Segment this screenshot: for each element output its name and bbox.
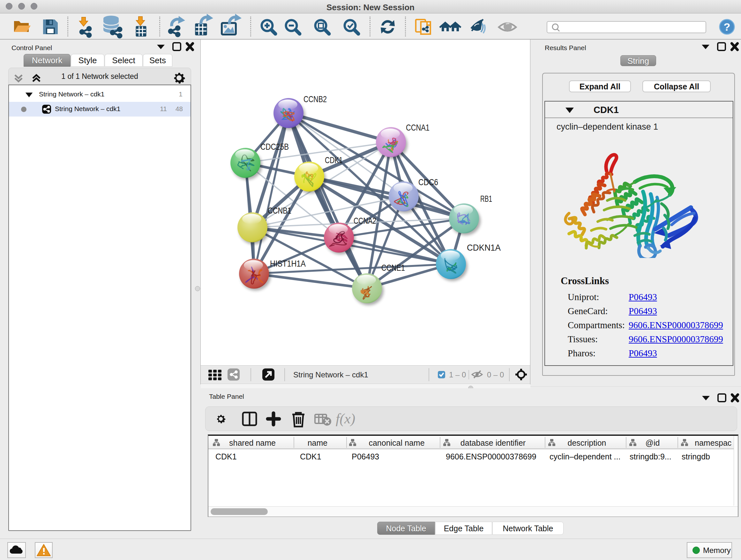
svg-text:CDC6: CDC6 [418, 177, 438, 187]
svg-text:String Network – cdk1: String Network – cdk1 [293, 370, 368, 379]
svg-text:CDC25B: CDC25B [260, 142, 289, 152]
svg-text:HIST1H1A: HIST1H1A [270, 259, 306, 268]
svg-text:description: description [568, 438, 606, 447]
svg-text:RB1: RB1 [480, 194, 492, 204]
svg-text:name: name [308, 438, 328, 447]
svg-text:f(x): f(x) [336, 411, 355, 427]
svg-text:CCNB2: CCNB2 [304, 94, 327, 104]
svg-text:shared name: shared name [229, 438, 276, 447]
svg-text:1 – 0: 1 – 0 [449, 370, 466, 379]
svg-text:0 – 0: 0 – 0 [487, 370, 504, 379]
svg-text:canonical name: canonical name [368, 438, 424, 447]
svg-text:@id: @id [646, 438, 660, 447]
svg-text:CCNE1: CCNE1 [381, 263, 405, 273]
svg-text:namespac: namespac [695, 438, 731, 447]
svg-text:database identifier: database identifier [461, 438, 526, 447]
svg-text:CDK1: CDK1 [325, 155, 343, 165]
svg-text:?: ? [724, 21, 731, 33]
svg-text:CCNB1: CCNB1 [268, 206, 291, 215]
svg-text:CCNA1: CCNA1 [406, 123, 429, 132]
svg-text:CCNA2: CCNA2 [354, 216, 376, 226]
svg-text:CDKN1A: CDKN1A [467, 243, 501, 253]
